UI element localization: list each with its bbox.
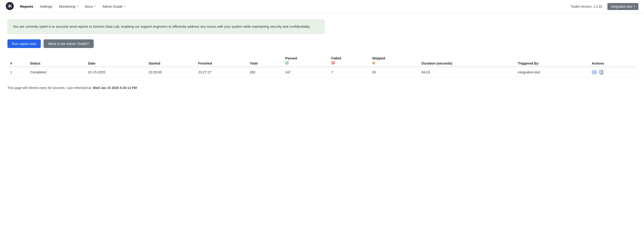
env-caret-icon: ▾ <box>634 5 635 8</box>
col-header-num: # <box>8 54 27 67</box>
footer-text-bold: Wed Jan 15 2025 5:30:13 PM <box>93 86 137 90</box>
footer-note: This page will refresh every 60 seconds.… <box>8 86 636 90</box>
nav-monitoring[interactable]: Monitoring ↗ <box>56 3 80 10</box>
cell-status: Completed <box>27 67 85 78</box>
passed-header-icon: ☑ <box>285 61 288 65</box>
col-header-passed: Passed ☑ <box>282 54 328 67</box>
table-row: 1 Completed 01-15-2025 23:26:00 23:27:27… <box>8 67 636 78</box>
what-is-admin-toolkit-button[interactable]: What is the Admin Toolkit? <box>44 40 94 48</box>
info-box-text: You are currently opted in to securely s… <box>13 25 310 28</box>
cell-duration: 84.03 <box>419 67 515 78</box>
reports-table: # Status Date Started Finished Total <box>8 54 636 78</box>
col-header-triggered-by: Triggered By <box>515 54 589 67</box>
footer-text-prefix: This page will refresh every 60 seconds.… <box>8 86 93 90</box>
view-report-icon[interactable] <box>592 70 597 74</box>
main-content: You are currently opted in to securely s… <box>0 13 644 96</box>
cell-total: 282 <box>247 67 282 78</box>
nav-reports[interactable]: Reports <box>18 3 36 10</box>
logo <box>6 2 16 11</box>
skipped-header-icon: ⊘ <box>372 61 375 65</box>
cell-passed: 247 <box>282 67 328 78</box>
cell-failed: 7 <box>328 67 369 78</box>
external-link-icon-monitoring: ↗ <box>76 5 78 8</box>
env-button-label: integration-test <box>611 5 632 8</box>
external-link-icon-docs: ↗ <box>94 5 96 8</box>
external-link-icon-admin-guide: ↗ <box>124 5 126 8</box>
col-header-started: Started <box>146 54 196 67</box>
button-row: Run report now What is the Admin Toolkit… <box>8 40 636 48</box>
col-header-date: Date <box>85 54 146 67</box>
nav-settings[interactable]: Settings <box>38 3 55 10</box>
cell-date: 01-15-2025 <box>85 67 146 78</box>
col-header-status: Status <box>27 54 85 67</box>
copy-report-icon[interactable] <box>599 70 604 74</box>
col-header-finished: Finished <box>196 54 247 67</box>
info-box: You are currently opted in to securely s… <box>8 20 324 34</box>
svg-point-6 <box>594 72 594 73</box>
col-header-total: Total <box>247 54 282 67</box>
toolkit-version: Toolkit Version: 2.2.92 <box>570 5 602 8</box>
cell-finished: 23:27:27 <box>196 67 247 78</box>
failed-header-icon: ☒ <box>331 61 334 65</box>
cell-started: 23:26:00 <box>146 67 196 78</box>
env-selector-button[interactable]: integration-test ▾ <box>608 3 638 10</box>
cell-num: 1 <box>8 67 27 78</box>
run-report-button[interactable]: Run report now <box>8 40 41 48</box>
col-header-actions: Actions <box>589 54 636 67</box>
col-header-failed: Failed ☒ <box>328 54 369 67</box>
table-header-row: # Status Date Started Finished Total <box>8 54 636 67</box>
cell-actions <box>589 67 636 78</box>
navbar: Reports Settings Monitoring ↗ Docs ↗ Adm… <box>0 0 644 13</box>
col-header-duration: Duration (seconds) <box>419 54 515 67</box>
nav-docs[interactable]: Docs ↗ <box>82 3 98 10</box>
cell-triggered-by: integration-test <box>515 67 589 78</box>
col-header-skipped: Skipped ⊘ <box>369 54 419 67</box>
nav-admin-guide[interactable]: Admin Guide ↗ <box>100 3 128 10</box>
cell-skipped: 28 <box>369 67 419 78</box>
